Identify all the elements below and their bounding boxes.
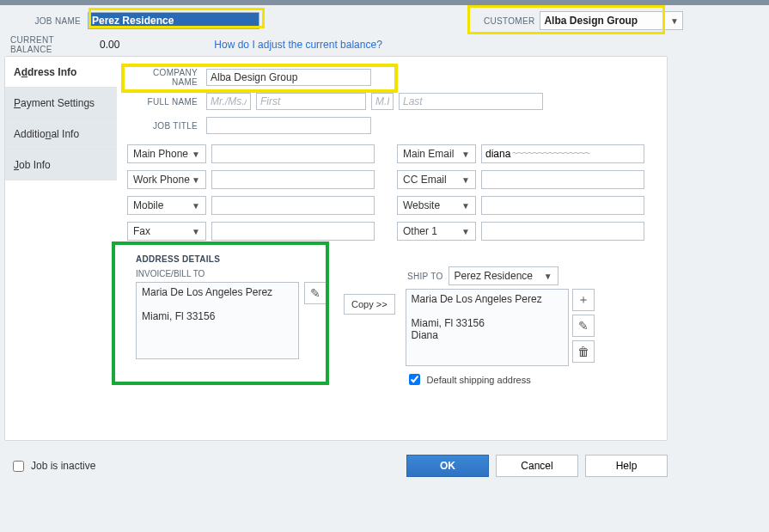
job-name-label: JOB NAME (10, 16, 88, 26)
current-balance-label: CURRENT BALANCE (10, 35, 95, 54)
chevron-down-icon: ▼ (192, 150, 200, 159)
phone-type-main[interactable]: Main Phone▼ (127, 144, 206, 163)
bill-to-label: INVOICE/BILL TO (127, 269, 333, 282)
edit-bill-address-button[interactable]: ✎ (304, 282, 327, 304)
other1-type[interactable]: Other 1▼ (397, 222, 476, 241)
chevron-down-icon: ▼ (192, 201, 200, 211)
job-inactive-label: Job is inactive (31, 460, 95, 472)
company-name-input[interactable] (206, 69, 371, 86)
job-name-input[interactable] (88, 12, 259, 29)
mi-input[interactable] (371, 93, 394, 110)
bill-to-textarea[interactable] (136, 282, 299, 359)
name-prefix-input[interactable] (206, 93, 251, 110)
chevron-down-icon: ▼ (461, 227, 470, 236)
chevron-down-icon: ▼ (461, 175, 470, 185)
last-name-input[interactable] (399, 93, 543, 110)
cc-email-input[interactable] (481, 170, 644, 189)
ok-button[interactable]: OK (406, 455, 489, 477)
default-shipping-label: Default shipping address (427, 375, 531, 385)
customer-select-value: Alba Design Group (544, 15, 638, 27)
adjust-balance-link[interactable]: How do I adjust the current balance? (214, 39, 381, 51)
job-title-label: JOB TITLE (127, 121, 201, 131)
phone-type-mobile[interactable]: Mobile▼ (127, 196, 206, 215)
trash-icon: 🗑 (577, 345, 589, 358)
chevron-down-icon: ▼ (461, 201, 470, 211)
delete-ship-address-button[interactable]: 🗑 (572, 340, 595, 363)
fax-input[interactable] (211, 222, 375, 241)
ship-to-value: Perez Residence (455, 270, 533, 282)
full-name-label: FULL NAME (127, 97, 201, 107)
website-input[interactable] (481, 196, 644, 215)
address-details-title: ADDRESS DETAILS (127, 251, 333, 269)
tab-payment-settings[interactable]: Payment Settings (5, 88, 117, 119)
tab-job-info[interactable]: Job Info (5, 150, 117, 180)
edit-ship-address-button[interactable]: ✎ (572, 315, 595, 337)
tab-additional-info[interactable]: Additional Info (5, 119, 117, 150)
website-type[interactable]: Website▼ (397, 196, 476, 215)
job-inactive-checkbox[interactable] (13, 461, 24, 472)
chevron-down-icon: ▼ (461, 150, 470, 159)
pencil-icon: ✎ (578, 319, 589, 333)
default-shipping-checkbox[interactable] (409, 374, 420, 385)
customer-label: CUSTOMER (484, 16, 534, 26)
email-type-main[interactable]: Main Email▼ (397, 144, 476, 163)
mobile-input[interactable] (211, 196, 375, 215)
ship-to-label: SHIP TO (406, 272, 443, 281)
tab-address-info[interactable]: Address Info (5, 57, 117, 88)
ship-to-select[interactable]: Perez Residence ▼ (449, 266, 558, 285)
redaction-smudge: ~~~~~~~~~~~~~~~ (512, 147, 589, 159)
chevron-down-icon: ▼ (544, 272, 552, 281)
help-button[interactable]: Help (585, 455, 668, 477)
plus-icon: ＋ (577, 292, 589, 308)
job-title-input[interactable] (206, 117, 371, 134)
email-type-cc[interactable]: CC Email▼ (397, 170, 476, 189)
current-balance-value: 0.00 (100, 39, 119, 51)
add-ship-address-button[interactable]: ＋ (572, 289, 595, 311)
pencil-icon: ✎ (310, 286, 320, 300)
job-inactive-row[interactable]: Job is inactive (9, 458, 95, 474)
phone-type-fax[interactable]: Fax▼ (127, 222, 206, 241)
work-phone-input[interactable] (211, 170, 375, 189)
ship-to-textarea[interactable] (406, 289, 569, 366)
copy-address-button[interactable]: Copy >> (344, 294, 395, 315)
first-name-input[interactable] (256, 93, 366, 110)
cancel-button[interactable]: Cancel (496, 455, 578, 477)
chevron-down-icon: ▼ (670, 16, 679, 26)
main-panel: Address Info Payment Settings Additional… (4, 56, 668, 441)
main-phone-input[interactable] (211, 144, 375, 163)
company-name-label: COMPANY NAME (127, 68, 201, 87)
phone-type-work[interactable]: Work Phone▼ (127, 170, 206, 189)
chevron-down-icon: ▼ (192, 227, 200, 236)
customer-select[interactable]: Alba Design Group ▼ (540, 11, 683, 30)
chevron-down-icon: ▼ (192, 175, 200, 185)
other1-input[interactable] (481, 222, 644, 241)
